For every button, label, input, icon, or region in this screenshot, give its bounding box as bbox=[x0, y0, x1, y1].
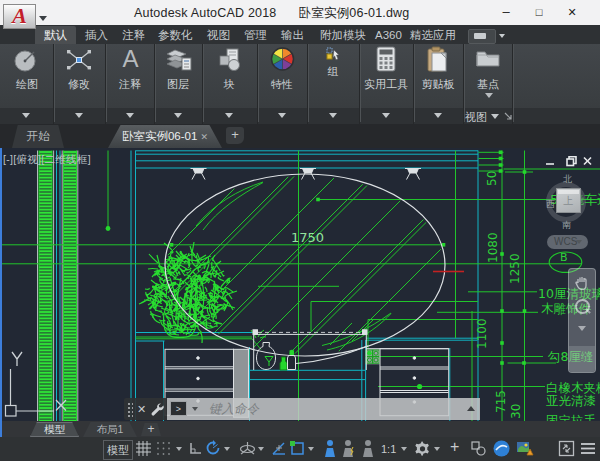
view-panel-label[interactable]: 视图 bbox=[465, 110, 487, 125]
application-menu-button[interactable]: A bbox=[3, 4, 36, 29]
ribbon-tab-default[interactable]: 默认 bbox=[35, 26, 76, 44]
drawing-canvas[interactable]: 1750 50 1080 1250 1100 715 30 5厘镜车边 10厘清… bbox=[0, 148, 600, 421]
isodraft-dropdown-icon[interactable] bbox=[258, 447, 264, 451]
viewcube[interactable]: 上 bbox=[556, 188, 581, 213]
viewcube-south-label[interactable]: 南 bbox=[562, 219, 571, 232]
snap-dropdown-icon[interactable] bbox=[176, 447, 182, 451]
status-model-button[interactable]: 模型 bbox=[103, 440, 133, 460]
clean-screen-icon[interactable] bbox=[558, 440, 575, 457]
viewcube-west-label[interactable]: 西 bbox=[546, 198, 555, 211]
navigation-bar[interactable] bbox=[568, 268, 596, 373]
annotate-panel-expand-icon[interactable] bbox=[126, 113, 134, 118]
ribbon-minimize-dropdown-icon[interactable] bbox=[499, 34, 505, 38]
properties-panel-icon[interactable] bbox=[270, 46, 295, 72]
close-button[interactable]: ✕ bbox=[557, 0, 587, 24]
object-snap-tracking-icon[interactable] bbox=[271, 440, 287, 456]
plot-notification-icon[interactable] bbox=[516, 439, 535, 458]
basepoint-panel-label[interactable]: 基点 bbox=[465, 77, 511, 92]
layout-tab-model[interactable]: 模型 bbox=[30, 422, 79, 437]
draw-panel-icon[interactable] bbox=[13, 46, 40, 74]
file-tab-start[interactable]: 开始 bbox=[12, 125, 64, 148]
properties-panel-label[interactable]: 特性 bbox=[259, 77, 305, 92]
file-tab-close-icon[interactable]: ✕ bbox=[201, 132, 209, 142]
utilities-panel-expand-icon[interactable] bbox=[382, 113, 390, 118]
osnap-dropdown-icon[interactable] bbox=[308, 447, 314, 451]
view-panel-launcher-icon[interactable] bbox=[504, 112, 512, 120]
ribbon-tab-manage[interactable]: 管理 bbox=[235, 26, 276, 44]
basepoint-dropdown-icon[interactable] bbox=[485, 93, 493, 98]
polar-dropdown-icon[interactable] bbox=[224, 447, 230, 451]
annotate-panel-label[interactable]: 注释 bbox=[107, 77, 153, 92]
group-panel-expand-icon[interactable] bbox=[329, 113, 337, 118]
isolate-objects-icon[interactable] bbox=[470, 440, 487, 457]
basepoint-panel-icon[interactable] bbox=[475, 46, 501, 70]
viewport-controls-label[interactable]: [-][俯视][二维线框] bbox=[3, 153, 91, 167]
new-file-tab-button[interactable]: + bbox=[226, 127, 244, 144]
block-panel-expand-icon[interactable] bbox=[225, 113, 233, 118]
modify-panel-icon[interactable] bbox=[65, 46, 93, 74]
command-customize-icon[interactable] bbox=[150, 402, 165, 417]
graphics-performance-icon[interactable] bbox=[492, 439, 511, 458]
clipboard-panel-expand-icon[interactable] bbox=[434, 113, 442, 118]
layers-panel-expand-icon[interactable] bbox=[174, 113, 182, 118]
zoom-icon[interactable] bbox=[575, 299, 590, 314]
workspace-dropdown-icon[interactable] bbox=[434, 447, 440, 451]
minimize-button[interactable]: – bbox=[491, 0, 521, 24]
command-prompt-dropdown-icon[interactable] bbox=[192, 407, 198, 411]
view-panel-dropdown-icon[interactable] bbox=[491, 114, 499, 119]
group-panel-label[interactable]: 组 bbox=[310, 64, 356, 79]
command-line-bar[interactable]: ✕ > 键入命令 bbox=[124, 398, 480, 420]
isometric-drafting-icon[interactable] bbox=[239, 440, 256, 457]
file-tab-drawing[interactable]: 卧室实例06-01 ✕ bbox=[108, 125, 222, 148]
navbar-expand-icon[interactable] bbox=[578, 326, 586, 331]
annotate-panel-icon[interactable]: A bbox=[118, 45, 143, 73]
annotation-scale-person-icon[interactable] bbox=[360, 439, 376, 458]
annotation-scale-value[interactable]: 1:1 bbox=[381, 440, 396, 458]
polar-tracking-icon[interactable] bbox=[205, 440, 221, 456]
draw-panel-label[interactable]: 绘图 bbox=[4, 77, 50, 92]
maximize-button[interactable]: □ bbox=[524, 0, 554, 24]
modify-panel-label[interactable]: 修改 bbox=[56, 77, 102, 92]
wcs-dropdown[interactable]: WCS bbox=[547, 235, 588, 249]
object-snap-icon[interactable] bbox=[289, 440, 306, 457]
ribbon-tab-insert[interactable]: 插入 bbox=[76, 26, 117, 44]
block-panel-label[interactable]: 块 bbox=[206, 77, 252, 92]
drawing-close-icon[interactable] bbox=[584, 158, 591, 165]
viewcube-north-label[interactable]: 北 bbox=[563, 173, 572, 186]
new-layout-button[interactable]: + bbox=[141, 423, 161, 436]
clipboard-panel-icon[interactable] bbox=[425, 46, 451, 74]
utilities-panel-label[interactable]: 实用工具 bbox=[361, 77, 411, 92]
block-panel-icon[interactable] bbox=[217, 46, 244, 74]
pan-icon[interactable] bbox=[575, 275, 589, 290]
ribbon-tab-parametric[interactable]: 参数化 bbox=[149, 26, 202, 44]
properties-panel-expand-icon[interactable] bbox=[278, 113, 286, 118]
application-menu-dropdown-icon[interactable] bbox=[39, 16, 47, 21]
annotation-visibility-icon[interactable] bbox=[322, 439, 338, 458]
navbar-base[interactable] bbox=[569, 346, 595, 372]
ribbon-tab-featured-apps[interactable]: 精选应用 bbox=[401, 26, 465, 44]
draw-panel-expand-icon[interactable] bbox=[22, 113, 30, 118]
snap-mode-icon[interactable] bbox=[155, 440, 172, 457]
annotation-autoscale-icon[interactable] bbox=[341, 439, 357, 458]
layout-tab-layout1[interactable]: 布局1 bbox=[83, 422, 137, 437]
modify-panel-expand-icon[interactable] bbox=[75, 113, 83, 118]
annotation-monitor-icon[interactable]: + bbox=[450, 438, 459, 456]
command-close-icon[interactable]: ✕ bbox=[137, 398, 146, 420]
group-panel-icon[interactable] bbox=[326, 47, 341, 61]
ribbon-tab-output[interactable]: 输出 bbox=[272, 26, 313, 44]
ortho-mode-icon[interactable] bbox=[188, 441, 203, 456]
drawing-restore-icon[interactable] bbox=[567, 157, 576, 166]
clipboard-panel-label[interactable]: 剪贴板 bbox=[415, 77, 461, 92]
ribbon-tab-annotate[interactable]: 注释 bbox=[113, 26, 154, 44]
command-input-placeholder[interactable]: 键入命令 bbox=[209, 401, 259, 418]
grid-display-icon[interactable] bbox=[135, 440, 152, 457]
ribbon-tab-view[interactable]: 视图 bbox=[198, 26, 239, 44]
utilities-panel-icon[interactable] bbox=[376, 46, 396, 72]
layers-panel-label[interactable]: 图层 bbox=[155, 77, 201, 92]
command-history-up-icon[interactable] bbox=[467, 406, 475, 411]
ribbon-minimize-button[interactable] bbox=[468, 29, 496, 44]
command-prompt-button[interactable]: > bbox=[170, 401, 187, 416]
annotation-scale-dropdown-icon[interactable] bbox=[401, 447, 407, 451]
workspace-gear-icon[interactable] bbox=[414, 440, 431, 457]
layers-panel-icon[interactable] bbox=[166, 46, 193, 74]
